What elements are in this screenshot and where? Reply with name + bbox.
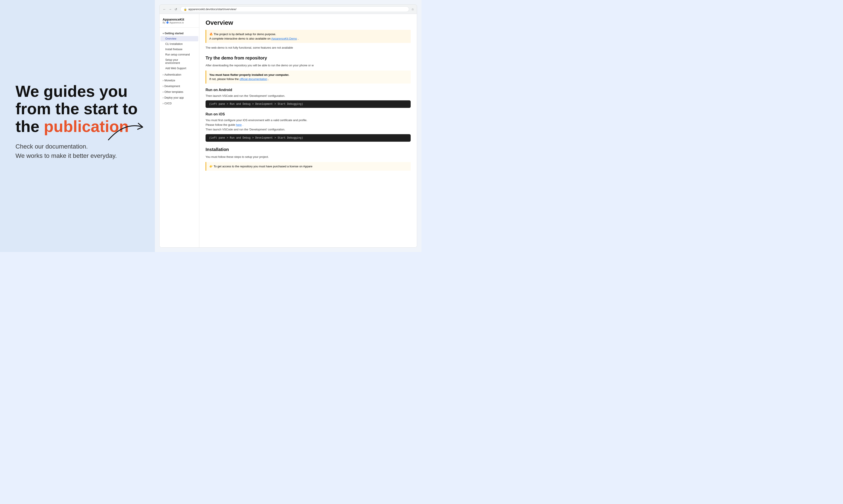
- docs-main-content: Overview 🔥 The project is by default set…: [199, 14, 417, 247]
- nav-item-label: Overview: [165, 37, 176, 40]
- browser-actions: ☆: [411, 7, 414, 11]
- url-bar[interactable]: 🔒 apparencekit.dev/docs/start/overview/: [180, 6, 409, 12]
- page-title: Overview: [206, 19, 411, 26]
- group-item-label: Authentication: [165, 73, 181, 76]
- group-item-label: Development: [165, 85, 180, 88]
- chevron-down-icon: ▾: [162, 32, 164, 35]
- brand-logo-dot: [166, 21, 169, 24]
- chevron-right-icon: ›: [162, 85, 164, 88]
- sidebar-item-authentication[interactable]: › Authentication: [159, 72, 199, 77]
- group-item-label: Monetize: [165, 79, 175, 82]
- url-text: apparencekit.dev/docs/start/overview/: [188, 7, 237, 11]
- chevron-right-icon: ›: [162, 102, 164, 105]
- sidebar-brand: ApparenceKit By Apparence.io: [159, 17, 199, 28]
- run-ios-heading: Run on iOS: [206, 112, 411, 116]
- official-docs-link[interactable]: official documentation: [240, 77, 268, 81]
- hero-line2: from the start to: [16, 100, 138, 118]
- browser-content: ApparenceKit By Apparence.io ▾ Getting s…: [159, 14, 417, 248]
- sidebar-item-cicd[interactable]: › CI/CD: [159, 101, 199, 106]
- brand-by: By Apparence.io: [162, 21, 196, 24]
- installation-description: You must follow these steps to setup you…: [206, 155, 411, 159]
- subtitle-line2: We works to make it better everyday.: [16, 152, 117, 159]
- group-item-label: Deploy your app: [165, 96, 184, 99]
- section-label: Getting started: [165, 32, 184, 35]
- nav-item-label: CLI installation: [165, 42, 183, 46]
- nav-item-label: Add Web Support: [165, 67, 186, 70]
- chevron-right-icon: ›: [162, 96, 164, 99]
- browser-nav-controls: ← → ↺: [162, 7, 178, 12]
- sidebar-item-other-templates[interactable]: › Other templates: [159, 89, 199, 95]
- try-demo-heading: Try the demo from repository: [206, 55, 411, 60]
- callout-license-text: 👉 To get access to the repository you mu…: [209, 165, 312, 168]
- installation-heading: Installation: [206, 147, 411, 152]
- reload-button[interactable]: ↺: [174, 7, 178, 12]
- sidebar-item-firebase[interactable]: Install firebase: [160, 47, 198, 52]
- callout-demo-purpose: 🔥 The project is by default setup for de…: [206, 30, 411, 43]
- run-android-heading: Run on Android: [206, 88, 411, 92]
- bookmark-icon[interactable]: ☆: [411, 7, 414, 11]
- run-ios-p1: You must first configure your iOS enviro…: [206, 118, 411, 132]
- chevron-right-icon: ›: [162, 73, 164, 76]
- sidebar-item-deploy[interactable]: › Deploy your app: [159, 95, 199, 101]
- sidebar-item-development[interactable]: › Development: [159, 83, 199, 89]
- ios-code-text: (Left pane > Run and Debug > Development…: [209, 137, 303, 140]
- nav-item-label: Install firebase: [165, 48, 182, 51]
- guide-here-link[interactable]: here: [236, 123, 242, 126]
- callout-flutter-text: You must have flutter properly installed…: [209, 73, 289, 76]
- sidebar-item-cli[interactable]: CLI installation: [160, 41, 198, 47]
- demo-note-text: The web demo is not fully functional, so…: [206, 46, 411, 50]
- brand-name: ApparenceKit: [162, 17, 196, 21]
- callout-license: 👉 To get access to the repository you mu…: [206, 162, 411, 171]
- callout-flutter-install: You must have flutter properly installed…: [206, 71, 411, 84]
- callout-fire-line2: A complete interactive demo is also avai…: [209, 37, 298, 40]
- back-button[interactable]: ←: [162, 7, 167, 12]
- chevron-right-icon: ›: [162, 90, 164, 93]
- group-item-label: CI/CD: [165, 102, 172, 105]
- callout-flutter-line2: If not, please follow the: [209, 77, 240, 81]
- try-demo-description: After downloading the repository you wil…: [206, 63, 411, 68]
- docs-sidebar: ApparenceKit By Apparence.io ▾ Getting s…: [159, 14, 199, 247]
- arrow-decoration: [106, 118, 146, 145]
- lock-icon: 🔒: [184, 8, 187, 11]
- sidebar-item-overview[interactable]: Overview: [160, 36, 198, 41]
- browser-panel: ← → ↺ 🔒 apparencekit.dev/docs/start/over…: [155, 0, 422, 252]
- sidebar-item-monetize[interactable]: › Monetize: [159, 77, 199, 83]
- ios-code-block: (Left pane > Run and Debug > Development…: [206, 134, 411, 142]
- hero-line1: We guides you: [16, 83, 128, 100]
- getting-started-section: ▾ Getting started Overview CLI installat…: [159, 30, 199, 72]
- apparencekit-demo-link[interactable]: ApparenceKit Demo: [271, 37, 297, 40]
- nav-item-label: Setup your environment: [165, 58, 180, 65]
- brand-company: Apparence.io: [170, 21, 184, 24]
- run-android-description: Then launch VSCode and run the 'Developm…: [206, 94, 411, 98]
- browser-chrome: ← → ↺ 🔒 apparencekit.dev/docs/start/over…: [159, 4, 417, 14]
- sidebar-item-web-support[interactable]: Add Web Support: [160, 66, 198, 71]
- getting-started-title[interactable]: ▾ Getting started: [159, 31, 199, 36]
- sidebar-item-setup-env[interactable]: Setup your environment: [160, 57, 198, 66]
- nav-item-label: Run setup command: [165, 53, 190, 56]
- sidebar-item-run-setup[interactable]: Run setup command: [160, 52, 198, 57]
- brand-by-text: By: [162, 21, 166, 24]
- subtitle-line1: Check our documentation.: [16, 143, 88, 150]
- hero-section: We guides you from the start to the publ…: [0, 0, 155, 252]
- group-item-label: Other templates: [165, 90, 183, 93]
- android-code-text: (Left pane > Run and Debug > Development…: [209, 103, 303, 106]
- forward-button[interactable]: →: [168, 7, 172, 12]
- chevron-right-icon: ›: [162, 79, 164, 82]
- callout-fire-text: 🔥 The project is by default setup for de…: [209, 33, 276, 36]
- android-code-block: (Left pane > Run and Debug > Development…: [206, 100, 411, 108]
- hero-line3-plain: the: [16, 118, 44, 135]
